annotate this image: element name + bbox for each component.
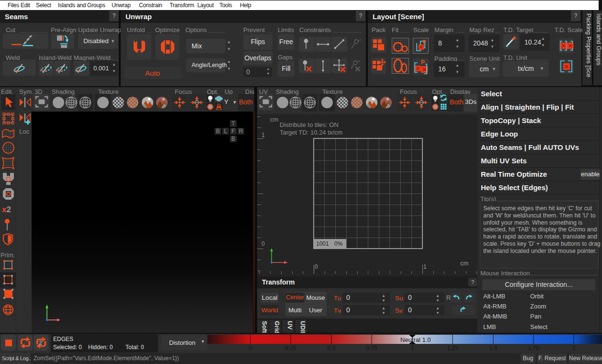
svg-text:P: P [421,59,425,66]
svg-text:P: P [422,39,426,45]
